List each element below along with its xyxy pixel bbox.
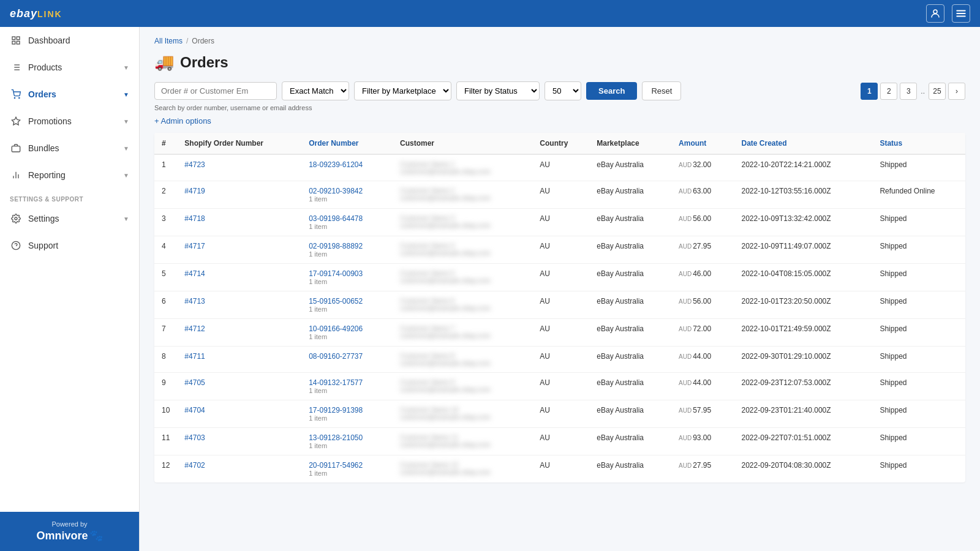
order-number-link[interactable]: 17-09174-00903 — [309, 269, 363, 278]
shopify-order-link[interactable]: #4718 — [184, 214, 205, 223]
shopify-order-link[interactable]: #4703 — [184, 433, 205, 442]
search-input[interactable] — [154, 82, 277, 100]
cell-shopify: #4703 — [177, 428, 301, 455]
chevron-down-icon: ▼ — [123, 118, 129, 125]
customer-name: Customer Name 8 — [400, 352, 525, 359]
page-2-button[interactable]: 2 — [880, 83, 897, 100]
shopify-order-link[interactable]: #4711 — [184, 352, 205, 361]
order-number-link[interactable]: 13-09128-21050 — [309, 433, 363, 442]
cell-order-num: 15-09165-006521 item — [301, 291, 393, 319]
order-number-link[interactable]: 02-09198-88892 — [309, 242, 363, 250]
user-icon[interactable] — [926, 4, 944, 23]
cell-order-num: 08-09160-27737 — [301, 347, 393, 373]
order-number-link[interactable]: 03-09198-64478 — [309, 214, 363, 223]
currency-label: AUD — [679, 188, 692, 195]
page-25-button[interactable]: 25 — [929, 83, 946, 100]
table-row: 2#471902-09210-398421 itemCustomer Name … — [154, 181, 965, 209]
customer-email: customer@example.ebay.com — [400, 194, 525, 201]
sidebar-item-settings[interactable]: Settings ▼ — [0, 205, 139, 232]
sidebar-item-orders[interactable]: Orders ▼ — [0, 81, 139, 108]
match-select[interactable]: Exact Match Contains — [282, 81, 349, 100]
shopify-order-link[interactable]: #4712 — [184, 324, 205, 333]
svg-point-21 — [15, 217, 17, 220]
cell-marketplace: eBay Australia — [589, 291, 671, 319]
pagination: 1 2 3 .. 25 › — [861, 83, 965, 100]
order-number-link[interactable]: 15-09165-00652 — [309, 297, 363, 305]
order-number-link[interactable]: 18-09239-61204 — [309, 160, 363, 169]
shopify-order-link[interactable]: #4705 — [184, 378, 205, 387]
menu-icon[interactable] — [952, 4, 970, 23]
cell-num: 2 — [154, 181, 177, 209]
cell-shopify: #4705 — [177, 373, 301, 400]
cell-shopify: #4712 — [177, 319, 301, 347]
sidebar-item-support[interactable]: Support — [0, 232, 139, 259]
cell-amount: AUD63.00 — [671, 181, 734, 209]
cell-num: 7 — [154, 319, 177, 347]
order-number-link[interactable]: 10-09166-49206 — [309, 324, 363, 333]
admin-options-toggle[interactable]: + Admin options — [154, 116, 965, 126]
marketplace-select[interactable]: Filter by Marketplace eBay Australia — [354, 81, 451, 100]
cell-shopify: #4711 — [177, 347, 301, 373]
order-number-link[interactable]: 08-09160-27737 — [309, 352, 363, 361]
search-button[interactable]: Search — [586, 82, 637, 100]
col-order-num[interactable]: Order Number — [301, 133, 393, 154]
chevron-down-icon: ▼ — [123, 172, 129, 179]
sidebar-item-label: Settings — [28, 214, 59, 223]
reset-button[interactable]: Reset — [642, 81, 681, 100]
cell-status: Refunded Online — [872, 181, 965, 209]
cell-customer: Customer Name 1customer@example.ebay.com — [393, 154, 532, 181]
shopify-order-link[interactable]: #4713 — [184, 297, 205, 305]
shopify-order-link[interactable]: #4702 — [184, 461, 205, 470]
sidebar-item-bundles[interactable]: Bundles ▼ — [0, 135, 139, 162]
svg-rect-6 — [12, 41, 15, 44]
col-country: Country — [532, 133, 589, 154]
sidebar-item-products[interactable]: Products ▼ — [0, 54, 139, 81]
page-next-button[interactable]: › — [948, 83, 965, 100]
item-count: 1 item — [309, 442, 385, 449]
shopify-order-link[interactable]: #4717 — [184, 242, 205, 250]
col-date[interactable]: Date Created — [734, 133, 873, 154]
per-page-select[interactable]: 50 25 100 — [545, 81, 581, 100]
chevron-down-icon: ▼ — [123, 216, 129, 222]
status-select[interactable]: Filter by Status Shipped Refunded Online — [456, 81, 540, 100]
shopify-order-link[interactable]: #4723 — [184, 160, 205, 169]
sidebar-item-dashboard[interactable]: Dashboard — [0, 27, 139, 54]
cell-marketplace: eBay Australia — [589, 428, 671, 455]
cell-country: AU — [532, 154, 589, 181]
table-row: 8#471108-09160-27737Customer Name 8custo… — [154, 347, 965, 373]
shopify-order-link[interactable]: #4719 — [184, 187, 205, 195]
col-marketplace: Marketplace — [589, 133, 671, 154]
cell-num: 9 — [154, 373, 177, 400]
breadcrumb-parent[interactable]: All Items — [154, 37, 183, 45]
order-number-link[interactable]: 17-09129-91398 — [309, 406, 363, 414]
col-status[interactable]: Status — [872, 133, 965, 154]
customer-name: Customer Name 2 — [400, 187, 525, 194]
sidebar-item-label: Support — [28, 241, 58, 250]
col-amount[interactable]: Amount — [671, 133, 734, 154]
cell-num: 8 — [154, 347, 177, 373]
order-number-link[interactable]: 14-09132-17577 — [309, 378, 363, 387]
cell-marketplace: eBay Australia — [589, 400, 671, 428]
col-num: # — [154, 133, 177, 154]
shopify-order-link[interactable]: #4704 — [184, 406, 205, 414]
customer-name: Customer Name 4 — [400, 242, 525, 249]
top-nav: ebayLINK — [0, 0, 980, 27]
sidebar-item-reporting[interactable]: Reporting ▼ — [0, 162, 139, 189]
cell-order-num: 13-09128-210501 item — [301, 428, 393, 455]
shopify-order-link[interactable]: #4714 — [184, 269, 205, 278]
customer-email: customer@example.ebay.com — [400, 222, 525, 229]
order-number-link[interactable]: 20-09117-54962 — [309, 461, 363, 470]
cell-shopify: #4719 — [177, 181, 301, 209]
customer-email: customer@example.ebay.com — [400, 468, 525, 476]
cell-country: AU — [532, 373, 589, 400]
sidebar-item-label: Products — [28, 62, 62, 72]
page-3-button[interactable]: 3 — [900, 83, 917, 100]
sidebar-item-promotions[interactable]: Promotions ▼ — [0, 108, 139, 135]
cell-status: Shipped — [872, 428, 965, 455]
cell-shopify: #4718 — [177, 209, 301, 236]
cell-date: 2022-09-20T04:08:30.000Z — [734, 455, 873, 483]
order-number-link[interactable]: 02-09210-39842 — [309, 187, 363, 195]
currency-label: AUD — [679, 380, 692, 386]
svg-point-0 — [933, 10, 937, 13]
page-1-button[interactable]: 1 — [861, 83, 878, 100]
